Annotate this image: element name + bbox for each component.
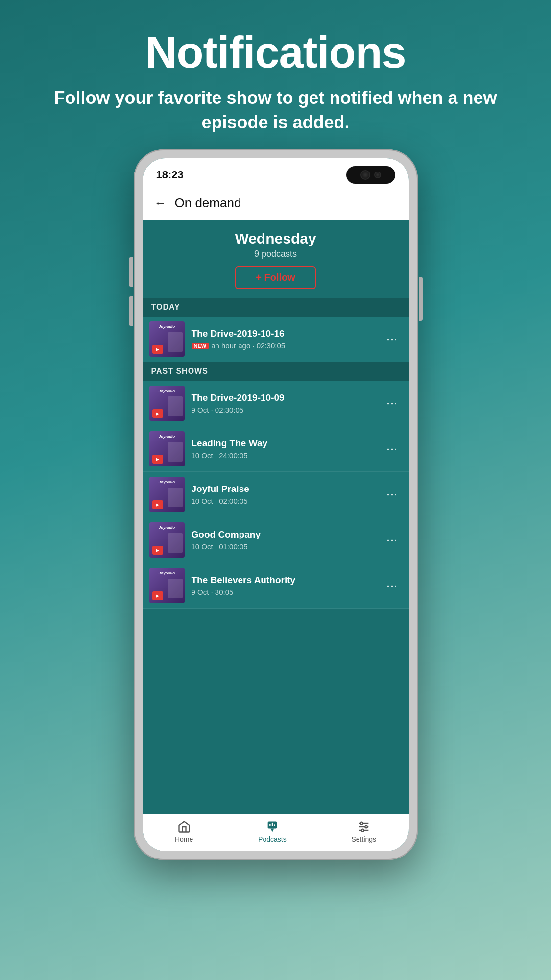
thumb-building <box>168 533 183 553</box>
thumb-play-icon <box>152 500 163 509</box>
svg-rect-4 <box>274 825 275 827</box>
podcast-name: The Drive-2019-10-16 <box>192 328 375 339</box>
today-section-label: TODAY <box>143 298 409 317</box>
list-item: Joyradio The Believers Authority 9 Oct ·… <box>143 563 409 609</box>
thumb-play-icon <box>152 455 163 464</box>
podcast-meta: 10 Oct · 24:00:05 <box>192 451 375 460</box>
thumb-building <box>168 396 183 416</box>
podcast-meta: 9 Oct · 30:05 <box>192 588 375 596</box>
podcast-meta: 10 Oct · 02:00:05 <box>192 497 375 505</box>
more-options-button[interactable]: ⋮ <box>382 332 402 347</box>
page-title: On demand <box>175 196 241 211</box>
nav-label-home: Home <box>175 835 193 843</box>
list-item: Joyradio Joyful Praise 10 Oct · 02:00:05… <box>143 472 409 517</box>
past-section-label: PAST SHOWS <box>143 362 409 381</box>
podcast-meta: 9 Oct · 02:30:05 <box>192 406 375 414</box>
feature-header: Notifications Follow your favorite show … <box>0 0 551 149</box>
new-badge: NEW <box>192 343 209 349</box>
svg-rect-3 <box>272 823 273 826</box>
svg-point-10 <box>361 829 364 832</box>
podcast-name: The Drive-2019-10-09 <box>192 392 375 403</box>
more-options-button[interactable]: ⋮ <box>382 441 402 457</box>
follow-button[interactable]: + Follow <box>235 266 316 289</box>
podcast-meta: NEW an hour ago · 02:30:05 <box>192 342 375 350</box>
svg-rect-2 <box>269 824 270 826</box>
podcast-name: The Believers Authority <box>192 575 375 586</box>
nav-item-settings[interactable]: Settings <box>351 820 376 843</box>
podcast-name: Good Company <box>192 529 375 540</box>
podcast-list: Joyradio The Drive-2019-10-16 NEW an hou… <box>143 317 409 814</box>
podcast-info: Leading The Way 10 Oct · 24:00:05 <box>192 438 375 460</box>
status-bar: 18:23 <box>143 158 409 189</box>
thumb-play-icon <box>152 546 163 555</box>
content-area: Wednesday 9 podcasts + Follow TODAY Joyr… <box>143 220 409 851</box>
podcast-time: an hour ago · 02:30:05 <box>211 342 285 350</box>
thumb-label: Joyradio <box>159 525 175 530</box>
more-options-button[interactable]: ⋮ <box>382 396 402 411</box>
podcast-info: Joyful Praise 10 Oct · 02:00:05 <box>192 484 375 505</box>
camera-lens-secondary <box>374 172 381 178</box>
podcast-thumbnail: Joyradio <box>149 477 185 512</box>
bottom-nav: Home Podcasts <box>143 814 409 851</box>
podcast-meta: 10 Oct · 01:00:05 <box>192 542 375 551</box>
feature-title: Notifications <box>29 29 522 76</box>
list-item: Joyradio The Drive-2019-10-16 NEW an hou… <box>143 317 409 362</box>
podcast-thumbnail: Joyradio <box>149 431 185 466</box>
day-name: Wednesday <box>152 230 399 247</box>
thumb-building <box>168 488 183 507</box>
thumb-building <box>168 332 183 352</box>
list-item: Joyradio The Drive-2019-10-09 9 Oct · 02… <box>143 381 409 426</box>
thumb-label: Joyradio <box>159 571 175 575</box>
home-icon <box>177 820 191 833</box>
phone-mockup: 18:23 ← On demand Wednesday 9 podcasts +… <box>134 149 418 860</box>
nav-item-podcasts[interactable]: Podcasts <box>258 820 287 843</box>
list-item: Joyradio Leading The Way 10 Oct · 24:00:… <box>143 426 409 472</box>
phone-screen: 18:23 ← On demand Wednesday 9 podcasts +… <box>143 158 409 851</box>
settings-icon <box>357 820 371 833</box>
more-options-button[interactable]: ⋮ <box>382 487 402 502</box>
podcast-thumbnail: Joyradio <box>149 386 185 421</box>
podcast-name: Joyful Praise <box>192 484 375 494</box>
podcast-info: The Drive-2019-10-16 NEW an hour ago · 0… <box>192 328 375 350</box>
thumb-label: Joyradio <box>159 324 175 329</box>
podcast-name: Leading The Way <box>192 438 375 449</box>
nav-label-settings: Settings <box>351 835 376 843</box>
podcast-count: 9 podcasts <box>152 249 399 259</box>
nav-item-home[interactable]: Home <box>175 820 193 843</box>
podcast-info: The Drive-2019-10-09 9 Oct · 02:30:05 <box>192 392 375 414</box>
thumb-play-icon <box>152 591 163 600</box>
podcast-info: Good Company 10 Oct · 01:00:05 <box>192 529 375 551</box>
svg-point-8 <box>360 822 363 825</box>
thumb-play-icon <box>152 409 163 418</box>
podcast-thumbnail: Joyradio <box>149 568 185 603</box>
thumb-building <box>168 579 183 598</box>
more-options-button[interactable]: ⋮ <box>382 533 402 548</box>
thumb-play-icon <box>152 345 163 354</box>
podcast-thumbnail: Joyradio <box>149 522 185 558</box>
thumb-label: Joyradio <box>159 389 175 393</box>
thumb-building <box>168 442 183 462</box>
list-item: Joyradio Good Company 10 Oct · 01:00:05 … <box>143 517 409 563</box>
day-header: Wednesday 9 podcasts + Follow <box>143 220 409 298</box>
podcast-thumbnail: Joyradio <box>149 321 185 357</box>
top-bar: ← On demand <box>143 189 409 220</box>
thumb-label: Joyradio <box>159 480 175 484</box>
back-button[interactable]: ← <box>154 196 167 211</box>
thumb-label: Joyradio <box>159 434 175 439</box>
svg-marker-1 <box>270 829 274 832</box>
podcast-info: The Believers Authority 9 Oct · 30:05 <box>192 575 375 596</box>
nav-label-podcasts: Podcasts <box>258 835 287 843</box>
camera-lens-main <box>360 170 370 180</box>
feature-subtitle: Follow your favorite show to get notifie… <box>29 86 522 135</box>
status-time: 18:23 <box>156 169 184 181</box>
podcasts-icon <box>265 820 279 833</box>
svg-point-9 <box>365 826 367 828</box>
camera-module <box>346 166 395 184</box>
more-options-button[interactable]: ⋮ <box>382 578 402 593</box>
